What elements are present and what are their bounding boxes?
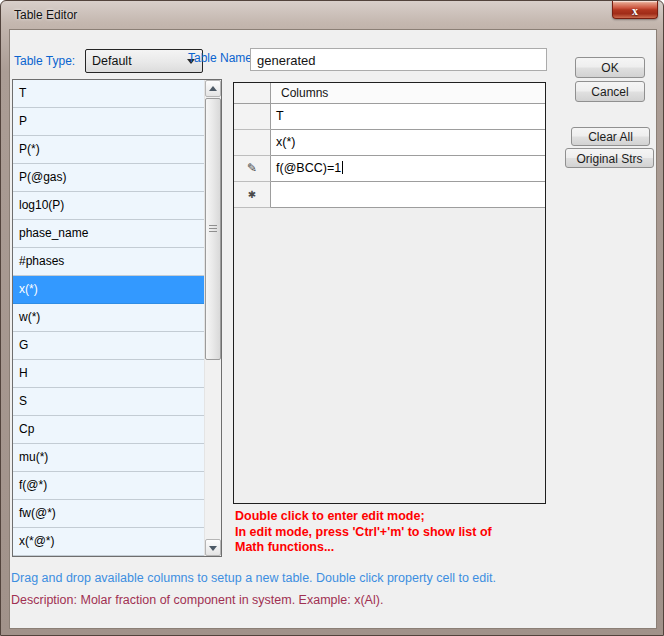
list-item[interactable]: G xyxy=(13,332,204,360)
row-edit-indicator[interactable]: ✎ xyxy=(234,156,271,182)
pencil-icon: ✎ xyxy=(247,161,257,175)
list-item[interactable]: fw(@*) xyxy=(13,500,204,528)
table-name-label: Table Name: xyxy=(188,51,255,65)
grid-cell-text: T xyxy=(276,109,284,123)
scrollbar-thumb[interactable] xyxy=(205,98,221,360)
text-caret xyxy=(342,161,343,174)
new-row-indicator[interactable]: ✱ xyxy=(234,182,271,208)
close-button[interactable]: x xyxy=(612,1,658,19)
list-item[interactable]: T xyxy=(13,80,204,108)
grid-cell[interactable]: x(*) xyxy=(271,130,545,156)
grid-corner-cell[interactable] xyxy=(234,83,271,104)
table-type-dropdown[interactable]: Default xyxy=(85,49,203,73)
list-item[interactable]: w(*) xyxy=(13,304,204,332)
grid-row: ✱ xyxy=(234,182,545,208)
description-text: Description: Molar fraction of component… xyxy=(11,593,383,607)
grid-cell[interactable]: T xyxy=(271,104,545,130)
grid-cell-text: f(@BCC)=1 xyxy=(276,161,341,175)
window-title: Table Editor xyxy=(14,8,77,22)
list-item[interactable]: phase_name xyxy=(13,220,204,248)
row-header-cell[interactable] xyxy=(234,104,271,130)
list-item[interactable]: #phases xyxy=(13,248,204,276)
list-item[interactable]: f(@*) xyxy=(13,472,204,500)
available-columns-list-items: TPP(*)P(@gas)log10(P)phase_name#phasesx(… xyxy=(13,80,204,556)
drag-drop-hint: Drag and drop available columns to setup… xyxy=(11,571,496,585)
scrollbar-down-button[interactable] xyxy=(205,539,221,556)
list-item[interactable]: P(@gas) xyxy=(13,164,204,192)
list-scrollbar[interactable] xyxy=(204,80,221,556)
cancel-button[interactable]: Cancel xyxy=(575,81,645,102)
table-type-value: Default xyxy=(92,54,132,68)
grid-row: ✎f(@BCC)=1 xyxy=(234,156,545,182)
grid-cell-text: x(*) xyxy=(276,135,295,149)
row-header-cell[interactable] xyxy=(234,130,271,156)
list-item[interactable]: H xyxy=(13,360,204,388)
list-item[interactable]: S xyxy=(13,388,204,416)
edit-mode-note-line: In edit mode, press 'Ctrl'+'m' to show l… xyxy=(235,525,492,541)
original-strs-button[interactable]: Original Strs xyxy=(565,148,654,168)
scrollbar-grip-icon xyxy=(209,225,217,234)
dialog-body: Table Type: Default Table Name: generate… xyxy=(9,29,657,629)
columns-header-cell[interactable]: Columns xyxy=(271,83,545,104)
list-item[interactable]: Cp xyxy=(13,416,204,444)
available-columns-list: TPP(*)P(@gas)log10(P)phase_name#phasesx(… xyxy=(12,79,222,557)
list-item[interactable]: x(*@*) xyxy=(13,528,204,556)
list-item[interactable]: P xyxy=(13,108,204,136)
asterisk-icon: ✱ xyxy=(248,189,256,200)
list-item[interactable]: P(*) xyxy=(13,136,204,164)
grid-header-row: Columns xyxy=(234,83,545,104)
table-name-input[interactable]: generated xyxy=(250,48,547,71)
clear-all-button[interactable]: Clear All xyxy=(571,127,650,146)
grid-row: x(*) xyxy=(234,130,545,156)
arrow-up-icon xyxy=(209,86,217,91)
table-editor-window: Table Editor x Table Type: Default Table… xyxy=(0,0,664,636)
close-icon: x xyxy=(632,4,638,18)
list-item[interactable]: mu(*) xyxy=(13,444,204,472)
arrow-down-icon xyxy=(209,546,217,551)
titlebar[interactable]: Table Editor x xyxy=(1,1,663,29)
list-item[interactable]: x(*) xyxy=(13,276,204,304)
grid-row: T xyxy=(234,104,545,130)
ok-button[interactable]: OK xyxy=(575,57,645,78)
grid-cell[interactable]: f(@BCC)=1 xyxy=(271,156,545,182)
edit-mode-note: Double click to enter edit mode; In edit… xyxy=(235,509,492,556)
edit-mode-note-line: Double click to enter edit mode; xyxy=(235,509,492,525)
columns-grid: Columns Tx(*)✎f(@BCC)=1✱ xyxy=(233,82,546,504)
edit-mode-note-line: Math functions... xyxy=(235,540,492,556)
list-item[interactable]: log10(P) xyxy=(13,192,204,220)
table-type-label: Table Type: xyxy=(14,54,75,68)
scrollbar-up-button[interactable] xyxy=(205,80,221,97)
grid-cell[interactable] xyxy=(271,182,545,208)
grid-rows: Tx(*)✎f(@BCC)=1✱ xyxy=(234,104,545,208)
